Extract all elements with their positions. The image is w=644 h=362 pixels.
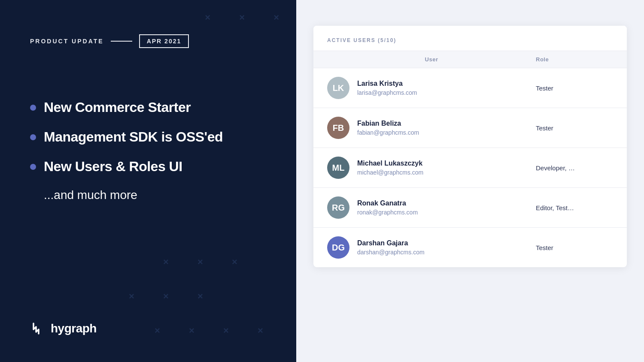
avatar: LK	[327, 77, 349, 99]
decoration-x: ×	[205, 12, 210, 23]
decoration-x: ×	[232, 256, 237, 268]
product-update-label: PRODUCT UPDATE	[30, 38, 104, 45]
user-email: michael@graphcms.com	[357, 169, 423, 176]
decoration-x: ×	[273, 12, 279, 23]
avatar: ML	[327, 157, 349, 179]
col-user-header: User	[327, 56, 536, 63]
left-panel: × × × × × × × × × × × × × PRODUCT UPDATE…	[0, 0, 296, 362]
decoration-x: ×	[189, 325, 194, 336]
user-info: LK Larisa Kristya larisa@graphcms.com	[327, 77, 536, 99]
logo-area: hygraph	[30, 321, 97, 336]
feature-item-1: New Commerce Starter	[30, 100, 266, 115]
avatar: FB	[327, 117, 349, 139]
user-name: Larisa Kristya	[357, 80, 417, 87]
bullet-dot	[30, 134, 36, 140]
table-row: ML Michael Lukaszczyk michael@graphcms.c…	[313, 148, 627, 188]
user-email: ronak@graphcms.com	[357, 209, 418, 216]
decoration-x: ×	[197, 256, 203, 268]
feature-item-3: New Users & Roles UI	[30, 159, 266, 175]
user-email: darshan@graphcms.com	[357, 249, 425, 256]
table-row: DG Darshan Gajara darshan@graphcms.com T…	[313, 228, 627, 267]
avatar: DG	[327, 236, 349, 259]
user-info: ML Michael Lukaszczyk michael@graphcms.c…	[327, 157, 536, 179]
users-card: ACTIVE USERS (5/10) User Role LK Larisa …	[313, 26, 627, 267]
user-info: DG Darshan Gajara darshan@graphcms.com	[327, 236, 536, 259]
user-details: Michael Lukaszczyk michael@graphcms.com	[357, 160, 423, 176]
bullet-dot	[30, 105, 36, 111]
user-role: Tester	[536, 124, 613, 132]
avatar: RG	[327, 196, 349, 219]
user-details: Ronak Ganatra ronak@graphcms.com	[357, 199, 418, 216]
right-panel: ACTIVE USERS (5/10) User Role LK Larisa …	[296, 0, 644, 362]
feature-list: New Commerce Starter Management SDK is O…	[30, 100, 266, 175]
table-row: RG Ronak Ganatra ronak@graphcms.com Edit…	[313, 188, 627, 228]
user-role: Tester	[536, 84, 613, 92]
section-title: ACTIVE USERS (5/10)	[327, 37, 396, 43]
table-header: User Role	[313, 51, 627, 68]
user-name: Fabian Beliza	[357, 120, 419, 127]
user-details: Larisa Kristya larisa@graphcms.com	[357, 80, 417, 96]
decoration-x: ×	[223, 325, 229, 336]
card-header: ACTIVE USERS (5/10)	[313, 26, 627, 51]
table-row: FB Fabian Beliza fabian@graphcms.com Tes…	[313, 108, 627, 148]
user-role: Tester	[536, 244, 613, 251]
feature-text: Management SDK is OSS'ed	[44, 129, 223, 145]
logo-text: hygraph	[51, 322, 97, 335]
decoration-x: ×	[197, 291, 203, 302]
user-name: Ronak Ganatra	[357, 199, 418, 207]
hygraph-logo-icon	[30, 321, 46, 336]
user-name: Darshan Gajara	[357, 239, 425, 247]
feature-item-2: Management SDK is OSS'ed	[30, 129, 266, 145]
decoration-x: ×	[155, 325, 160, 336]
table-row: LK Larisa Kristya larisa@graphcms.com Te…	[313, 68, 627, 108]
feature-text: New Commerce Starter	[44, 100, 191, 115]
product-update-date: APR 2021	[139, 34, 189, 48]
decoration-x: ×	[163, 256, 169, 268]
bullet-dot	[30, 164, 36, 170]
user-role: Developer, …	[536, 164, 613, 172]
feature-text: New Users & Roles UI	[44, 159, 182, 175]
user-details: Darshan Gajara darshan@graphcms.com	[357, 239, 425, 256]
col-role-header: Role	[536, 56, 613, 63]
decoration-x: ×	[129, 291, 134, 302]
user-email: larisa@graphcms.com	[357, 89, 417, 96]
decoration-x: ×	[163, 291, 169, 302]
user-name: Michael Lukaszczyk	[357, 160, 423, 167]
user-info: RG Ronak Ganatra ronak@graphcms.com	[327, 196, 536, 219]
user-email: fabian@graphcms.com	[357, 129, 419, 136]
user-details: Fabian Beliza fabian@graphcms.com	[357, 120, 419, 136]
decoration-x: ×	[258, 325, 263, 336]
user-role: Editor, Test…	[536, 204, 613, 211]
user-info: FB Fabian Beliza fabian@graphcms.com	[327, 117, 536, 139]
product-update-header: PRODUCT UPDATE APR 2021	[30, 34, 266, 48]
decoration-x: ×	[239, 12, 245, 23]
header-line	[111, 41, 132, 42]
more-text: ...and much more	[44, 188, 266, 202]
